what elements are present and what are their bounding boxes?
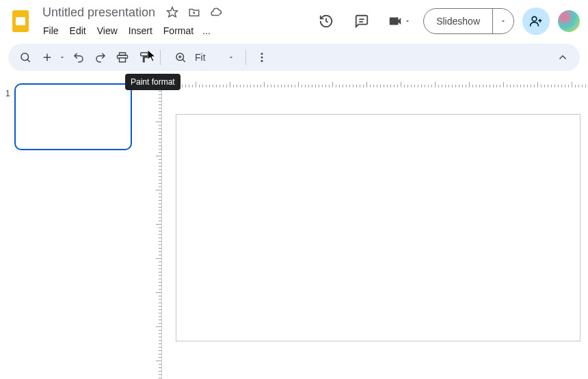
svg-rect-13: [120, 58, 126, 62]
history-icon[interactable]: [312, 8, 340, 35]
zoom-icon[interactable]: [170, 47, 191, 68]
meet-icon[interactable]: [384, 8, 415, 35]
cloud-saved-icon[interactable]: [209, 5, 224, 20]
slideshow-group: Slideshow: [423, 8, 514, 34]
new-slide-button[interactable]: [37, 47, 57, 68]
toolbar-separator: [245, 50, 246, 65]
main-area: 1: [0, 76, 588, 379]
menu-more[interactable]: ...: [200, 23, 213, 39]
paint-format-button[interactable]: [134, 47, 155, 68]
ruler-vertical: [145, 87, 161, 379]
title-row: Untitled presentation: [38, 4, 312, 21]
tooltip: Paint format: [125, 74, 181, 90]
svg-point-8: [21, 53, 29, 61]
more-tools-button[interactable]: [252, 47, 272, 68]
new-slide-group: [37, 47, 67, 68]
slideshow-button[interactable]: Slideshow: [424, 9, 492, 33]
svg-line-9: [27, 59, 30, 62]
canvas-area: [145, 76, 588, 379]
redo-button[interactable]: [90, 47, 111, 68]
collapse-toolbar-button[interactable]: [552, 47, 573, 68]
header: Untitled presentation File Edit View Ins…: [0, 0, 588, 38]
zoom-dropdown[interactable]: [226, 47, 236, 68]
title-area: Untitled presentation File Edit View Ins…: [38, 4, 312, 39]
svg-point-19: [261, 57, 263, 59]
print-button[interactable]: [112, 47, 133, 68]
share-button[interactable]: [522, 8, 550, 35]
slide-thumbnail[interactable]: [14, 83, 132, 150]
star-icon[interactable]: [165, 5, 180, 20]
menu-view[interactable]: View: [92, 23, 122, 39]
slide-number: 1: [5, 89, 10, 375]
menu-file[interactable]: File: [38, 23, 64, 39]
svg-marker-2: [168, 8, 178, 17]
new-slide-dropdown[interactable]: [57, 47, 67, 68]
user-avatar[interactable]: [558, 10, 580, 32]
toolbar: Fit: [8, 44, 580, 71]
slides-logo[interactable]: [8, 9, 33, 33]
header-right: Slideshow: [312, 8, 580, 35]
undo-button[interactable]: [68, 47, 89, 68]
slide-canvas[interactable]: [176, 114, 580, 341]
svg-rect-1: [16, 17, 25, 25]
zoom-level[interactable]: Fit: [195, 52, 222, 63]
svg-line-15: [183, 59, 185, 62]
svg-point-18: [261, 53, 263, 55]
menu-edit[interactable]: Edit: [65, 23, 91, 39]
menu-insert[interactable]: Insert: [124, 23, 157, 39]
zoom-group: Fit: [166, 47, 240, 68]
menu-format[interactable]: Format: [159, 23, 198, 39]
title-icons: [165, 5, 224, 20]
svg-point-20: [261, 60, 263, 62]
svg-point-5: [532, 16, 537, 21]
search-icon[interactable]: [15, 47, 36, 68]
ruler-horizontal: [161, 76, 588, 87]
slideshow-dropdown[interactable]: [492, 9, 513, 33]
comments-icon[interactable]: [348, 8, 375, 35]
slide-panel: 1: [0, 76, 145, 379]
menubar: File Edit View Insert Format ...: [38, 23, 312, 39]
doc-title[interactable]: Untitled presentation: [38, 4, 159, 21]
move-folder-icon[interactable]: [187, 5, 202, 20]
toolbar-separator: [160, 50, 161, 65]
ruler-border: [161, 76, 162, 379]
